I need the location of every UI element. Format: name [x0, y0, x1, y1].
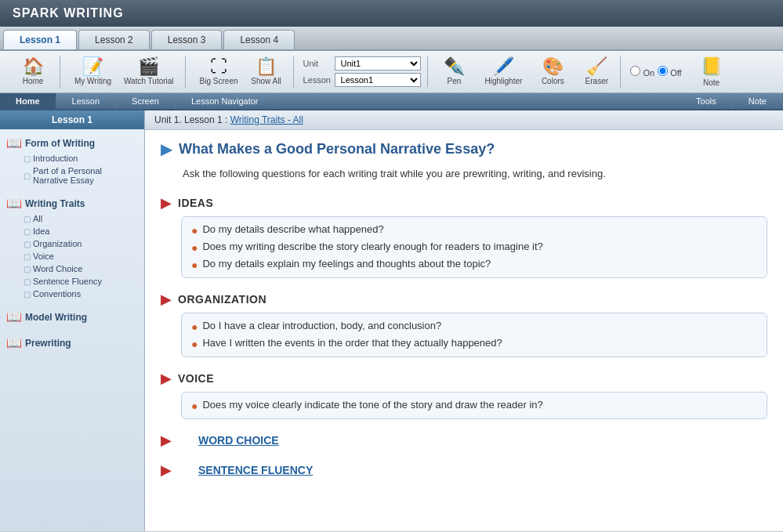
tab-lesson4[interactable]: Lesson 4	[223, 30, 295, 49]
sidebar-traits-items: ▢ All ▢ Idea ▢ Organization ▢ Voice ▢	[6, 212, 138, 300]
section-title-ideas: IDEAS	[178, 197, 213, 209]
sidebar-item-organization[interactable]: ▢ Organization	[11, 237, 138, 250]
screen-group: ⛶ Big Screen 📋 Show All	[189, 56, 294, 88]
pen-button[interactable]: ✒️ Pen	[437, 56, 472, 88]
sidebar-model-label: Model Writing	[25, 312, 87, 323]
bullet-dot: ●	[191, 241, 198, 254]
on-off-label: On	[630, 66, 654, 78]
sidebar-item-idea[interactable]: ▢ Idea	[11, 225, 138, 237]
section-content-org: ● Do I have a clear introduction, body, …	[181, 313, 767, 357]
home-label: Home	[23, 77, 44, 85]
off-label-group: Off	[658, 66, 682, 78]
sidebar-item-org-label: Organization	[33, 239, 82, 248]
sidebar-item-personal-narrative[interactable]: ▢ Part of a Personal Narrative Essay	[11, 165, 138, 186]
sidebar-item-intro-label: Introduction	[33, 154, 78, 163]
watch-tutorial-button[interactable]: 🎬 Watch Tutorial	[119, 56, 179, 88]
red-badge-voice: ▶	[161, 370, 172, 387]
section-header-ideas: ▶ IDEAS	[161, 194, 767, 212]
section-organization: ▶ ORGANIZATION ● Do I have a clear intro…	[161, 291, 767, 357]
book-icon-prewriting: 📖	[6, 335, 22, 350]
nav-lesson[interactable]: Lesson	[56, 93, 116, 109]
pen-label: Pen	[448, 77, 462, 85]
big-screen-icon: ⛶	[210, 58, 227, 75]
sidebar-title-traits[interactable]: 📖 Writing Traits	[6, 193, 138, 212]
section-word-choice: ▶ WORD CHOICE	[161, 432, 767, 449]
sidebar-section-prewriting: 📖 Prewriting	[0, 329, 144, 355]
nav-note[interactable]: Note	[733, 93, 783, 109]
show-all-button[interactable]: 📋 Show All	[246, 56, 287, 88]
off-radio[interactable]	[658, 66, 668, 76]
checkbox-icon-idea: ▢	[24, 227, 31, 236]
sidebar-item-all[interactable]: ▢ All	[11, 212, 138, 225]
list-item: ● Do I have a clear introduction, body, …	[191, 320, 757, 333]
sidebar-title-prewriting[interactable]: 📖 Prewriting	[6, 332, 138, 352]
sidebar-item-voice-label: Voice	[33, 252, 54, 261]
nav-tools[interactable]: Tools	[680, 93, 733, 109]
sidebar-section-traits: 📖 Writing Traits ▢ All ▢ Idea ▢ Organiza…	[0, 190, 144, 303]
unit-select[interactable]: Unit1	[335, 56, 421, 71]
sidebar-item-introduction[interactable]: ▢ Introduction	[11, 152, 138, 165]
tab-lesson2[interactable]: Lesson 2	[78, 30, 150, 49]
sidebar-item-conventions[interactable]: ▢ Conventions	[11, 288, 138, 300]
lesson-group: 📝 My Writing 🎬 Watch Tutorial	[63, 56, 186, 88]
content-body: ▶ What Makes a Good Personal Narrative E…	[145, 130, 783, 501]
home-button[interactable]: 🏠 Home	[13, 56, 53, 88]
tab-bar: Lesson 1 Lesson 2 Lesson 3 Lesson 4	[0, 27, 783, 51]
section-link-sentence[interactable]: SENTENCE FLUENCY	[198, 464, 313, 476]
eraser-button[interactable]: 🧹 Eraser	[579, 56, 614, 88]
section-voice: ▶ VOICE ● Does my voice clearly indicate…	[161, 370, 767, 419]
home-icon: 🏠	[23, 58, 44, 75]
big-screen-button[interactable]: ⛶ Big Screen	[195, 56, 243, 88]
tools-group: ✒️ Pen 🖊️ Highlighter 🎨 Colors 🧹 Eraser	[431, 56, 622, 88]
sidebar-title-form[interactable]: 📖 Form of Writing	[6, 132, 138, 152]
nav-lesson-navigator[interactable]: Lesson Navigator	[176, 93, 275, 109]
on-off-group: On Off	[630, 66, 681, 78]
sidebar-item-sentence-fluency[interactable]: ▢ Sentence Fluency	[11, 275, 138, 288]
section-link-word[interactable]: WORD CHOICE	[198, 434, 279, 447]
highlighter-label: Highlighter	[485, 77, 523, 85]
tab-lesson3[interactable]: Lesson 3	[151, 30, 223, 49]
on-radio[interactable]	[630, 66, 640, 76]
nav-screen[interactable]: Screen	[116, 93, 176, 109]
sidebar-item-voice[interactable]: ▢ Voice	[11, 250, 138, 262]
note-label: Note	[703, 78, 720, 87]
nav-home[interactable]: Home	[0, 93, 56, 109]
note-button[interactable]: 📒 Note	[691, 54, 732, 89]
breadcrumb-link[interactable]: Writing Traits - All	[230, 114, 303, 125]
lesson-select[interactable]: Lesson1	[335, 73, 421, 87]
bullet-text: Does my voice clearly indicate the tone …	[202, 399, 542, 411]
highlighter-button[interactable]: 🖊️ Highlighter	[481, 56, 527, 88]
breadcrumb-text: Unit 1. Lesson 1 :	[154, 114, 230, 125]
sidebar-item-all-label: All	[33, 214, 42, 223]
on-off-note-area: On Off 📒 Note	[624, 54, 738, 89]
section-header-word: ▶ WORD CHOICE	[161, 432, 767, 449]
breadcrumb: Unit 1. Lesson 1 : Writing Traits - All	[145, 110, 783, 130]
sidebar-item-conventions-label: Conventions	[33, 289, 81, 299]
section-content-ideas: ● Do my details describe what happened? …	[181, 216, 767, 278]
red-badge-ideas: ▶	[161, 194, 172, 212]
checkbox-icon-intro: ▢	[24, 154, 31, 163]
home-group: 🏠 Home	[6, 56, 60, 88]
sidebar-item-word-label: Word Choice	[33, 264, 82, 273]
sidebar-item-word-choice[interactable]: ▢ Word Choice	[11, 262, 138, 275]
sidebar-form-items: ▢ Introduction ▢ Part of a Personal Narr…	[6, 152, 138, 186]
sidebar-prewriting-label: Prewriting	[25, 338, 71, 349]
sidebar-title-model[interactable]: 📖 Model Writing	[6, 306, 138, 326]
red-badge-sentence: ▶	[161, 461, 172, 479]
book-icon-form: 📖	[6, 136, 22, 150]
tab-lesson1[interactable]: Lesson 1	[3, 30, 77, 49]
main-area: Lesson 1 📖 Form of Writing ▢ Introductio…	[0, 110, 783, 531]
colors-button[interactable]: 🎨 Colors	[535, 56, 570, 88]
sidebar-section-form: 📖 Form of Writing ▢ Introduction ▢ Part …	[0, 129, 144, 190]
book-icon-traits: 📖	[6, 196, 22, 211]
intro-text: Ask the following questions for each wri…	[161, 166, 767, 182]
my-writing-button[interactable]: 📝 My Writing	[70, 56, 116, 88]
eraser-icon: 🧹	[586, 58, 607, 75]
section-header-org: ▶ ORGANIZATION	[161, 291, 767, 308]
content-area: Unit 1. Lesson 1 : Writing Traits - All …	[145, 110, 783, 531]
red-badge-org: ▶	[161, 291, 172, 308]
big-screen-label: Big Screen	[200, 77, 238, 85]
blue-arrow-icon: ▶	[161, 139, 172, 158]
section-header-voice: ▶ VOICE	[161, 370, 767, 387]
page-title-row: ▶ What Makes a Good Personal Narrative E…	[161, 139, 767, 158]
